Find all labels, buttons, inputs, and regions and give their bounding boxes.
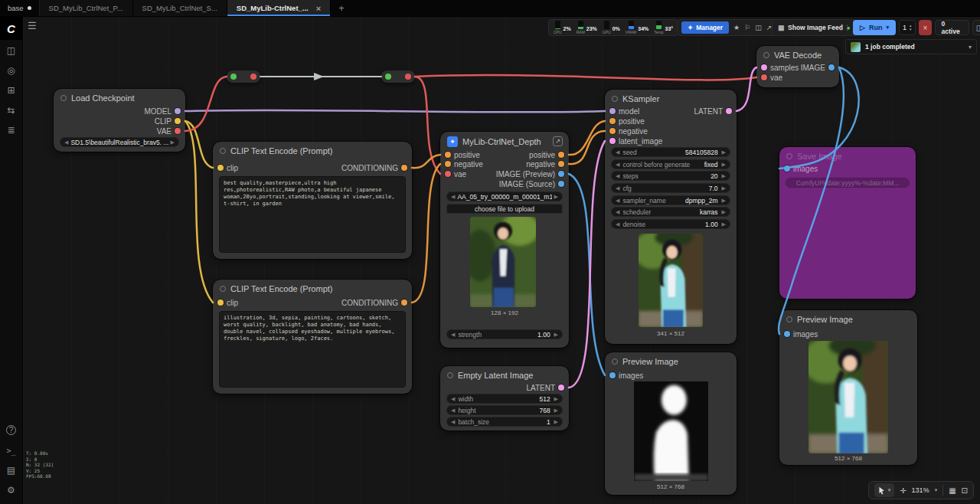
left-arrow-icon[interactable]: ◀ — [616, 209, 619, 215]
port-dot-latent[interactable] — [761, 64, 767, 70]
pointer-tool[interactable]: ▾ — [874, 483, 895, 497]
source-image-preview[interactable] — [470, 217, 536, 307]
latent-preview-image[interactable] — [639, 234, 703, 327]
queue-icon[interactable]: ◫ — [0, 41, 23, 60]
port-dot-conditioning[interactable] — [401, 165, 407, 171]
port-dot-clip[interactable] — [217, 165, 224, 171]
port-dot-model[interactable] — [609, 108, 616, 114]
canvas-menu-icon[interactable]: ☰ — [28, 20, 37, 31]
right-arrow-icon[interactable]: ▶ — [722, 185, 726, 191]
collapse-dot-icon[interactable] — [220, 286, 226, 292]
node-preview-image-depth[interactable]: Preview Image images 512 × 768 — [605, 352, 737, 495]
zoom-level[interactable]: 131% — [912, 486, 929, 494]
left-arrow-icon[interactable]: ◀ — [616, 185, 619, 191]
port-dot-vae[interactable] — [761, 74, 767, 80]
port-dot-image[interactable] — [609, 372, 616, 378]
port-dot-output[interactable] — [250, 74, 256, 80]
right-arrow-icon[interactable]: ▶ — [722, 173, 726, 179]
strength-widget[interactable]: ◀ strength 1.00 ▶ — [446, 329, 563, 339]
new-tab-button[interactable]: + — [331, 0, 352, 16]
run-button[interactable]: ▷ Run ▾ — [853, 20, 896, 35]
port-dot-model[interactable] — [175, 108, 181, 114]
port-dot-conditioning[interactable] — [609, 118, 616, 124]
decrement-icon[interactable]: ▼ — [909, 28, 912, 31]
node-library-icon[interactable]: ⊞ — [0, 81, 23, 100]
port-dot-output[interactable] — [405, 74, 411, 80]
collapse-dot-icon[interactable] — [763, 52, 769, 58]
node-save-image-bypassed[interactable]: Save Image images ComfyUI%date:yyyy%-%da… — [779, 147, 916, 299]
image-file-combo[interactable]: ◀ AA_05_try_00000_m_00001_m1... ▶ — [446, 191, 563, 201]
right-arrow-icon[interactable]: ▶ — [554, 194, 558, 200]
logs-icon[interactable]: ▤ — [0, 461, 23, 479]
node-clip-text-encode-positive[interactable]: CLIP Text Encode (Prompt) clip CONDITION… — [213, 142, 412, 259]
right-arrow-icon[interactable]: ▶ — [171, 139, 175, 146]
port-dot-image[interactable] — [784, 331, 790, 337]
prompt-textarea[interactable]: best quality,masterpiece,ultra high res,… — [219, 176, 406, 253]
left-arrow-icon[interactable]: ◀ — [451, 407, 455, 414]
flag-icon[interactable]: ⚐ — [744, 24, 750, 31]
left-arrow-icon[interactable]: ◀ — [451, 194, 455, 200]
left-arrow-icon[interactable]: ◀ — [616, 162, 619, 168]
settings-gear-icon[interactable]: ⚙ — [0, 481, 23, 499]
right-arrow-icon[interactable]: ▶ — [722, 198, 726, 204]
left-arrow-icon[interactable]: ◀ — [616, 173, 619, 179]
workflow-tab-1[interactable]: SD_MyLib_CtrlNet_P... — [40, 0, 133, 16]
left-arrow-icon[interactable]: ◀ — [451, 419, 455, 425]
node-empty-latent-image[interactable]: Empty Latent Image LATENT ◀width512▶ ◀he… — [440, 366, 569, 430]
port-dot-vae[interactable] — [445, 171, 451, 177]
right-arrow-icon[interactable]: ▶ — [722, 149, 726, 155]
port-dot-conditioning[interactable] — [445, 161, 451, 167]
job-history-dropdown[interactable]: 1 job completed ▾ — [845, 39, 977, 54]
box-icon[interactable]: ◫ — [755, 24, 762, 31]
port-dot-image[interactable] — [784, 165, 790, 172]
grid-toggle-icon[interactable]: ▦ — [949, 486, 956, 495]
expand-node-icon[interactable]: ↗ — [553, 136, 563, 146]
cancel-queue-button[interactable]: × — [919, 20, 931, 35]
sampler-name-widget[interactable]: ◀sampler_namedpmpp_2m▶ — [611, 195, 730, 205]
final-image-preview[interactable] — [808, 341, 888, 453]
comfyui-logo[interactable]: C — [0, 17, 23, 40]
ckpt-name-combo[interactable]: ◀ SD1.5\beautifulRealistic_brav5. ... ▶ — [60, 137, 179, 147]
port-dot-conditioning[interactable] — [558, 152, 564, 158]
height-widget[interactable]: ◀height768▶ — [446, 405, 563, 415]
left-arrow-icon[interactable]: ◀ — [64, 139, 68, 146]
depth-map-preview[interactable] — [634, 381, 708, 481]
upload-file-button[interactable]: choose file to upload — [446, 204, 563, 214]
steps-widget[interactable]: ◀steps20▶ — [611, 171, 730, 181]
drag-handle-icon[interactable]: ⋮⋮ — [838, 24, 850, 31]
collapse-dot-icon[interactable] — [786, 316, 792, 322]
port-dot-latent[interactable] — [558, 385, 564, 391]
workflow-tab-2[interactable]: SD_MyLib_CtrlNet_S... — [133, 0, 227, 16]
cfg-widget[interactable]: ◀cfg7.0▶ — [611, 183, 730, 193]
chevron-down-icon[interactable]: ▾ — [935, 487, 938, 493]
collapse-dot-icon[interactable] — [612, 96, 618, 102]
left-arrow-icon[interactable]: ◀ — [616, 198, 619, 204]
chevron-down-icon[interactable]: ▾ — [969, 44, 972, 51]
right-arrow-icon[interactable]: ▶ — [554, 396, 558, 402]
node-clip-text-encode-negative[interactable]: CLIP Text Encode (Prompt) clip CONDITION… — [213, 280, 412, 394]
control-before-generate-widget[interactable]: ◀control before generatefixed▶ — [611, 159, 730, 169]
node-preview-image-final[interactable]: Preview Image images 512 × 768 — [779, 310, 917, 465]
run-options-chevron-icon[interactable]: ▾ — [886, 25, 889, 31]
seed-widget[interactable]: ◀seed584105828▶ — [611, 147, 730, 157]
fit-view-icon[interactable]: ✛ — [900, 486, 906, 495]
left-arrow-icon[interactable]: ◀ — [451, 396, 455, 402]
filename-prefix-widget[interactable]: ComfyUI%date:yyyy%-%date:MM... — [786, 178, 910, 188]
collapse-dot-icon[interactable] — [230, 74, 237, 80]
manager-button[interactable]: ✦Manager — [681, 21, 729, 34]
port-dot-image[interactable] — [558, 181, 564, 187]
batch-size-widget[interactable]: ◀batch_size1▶ — [446, 417, 563, 427]
collapse-dot-icon[interactable] — [220, 148, 226, 154]
collapse-dot-icon[interactable] — [60, 95, 67, 101]
port-dot-latent[interactable] — [726, 108, 732, 114]
port-dot-conditioning[interactable] — [558, 161, 564, 167]
left-arrow-icon[interactable]: ◀ — [451, 332, 455, 338]
port-dot-latent[interactable] — [609, 138, 616, 144]
node-ksampler[interactable]: KSampler model positive negative latent_… — [605, 90, 737, 344]
workspace-tab[interactable]: base — [0, 0, 40, 16]
reroute-node[interactable] — [227, 70, 260, 83]
toggle-panel-icon[interactable]: ◨ — [972, 20, 980, 35]
collapse-dot-icon[interactable] — [385, 74, 391, 80]
view-icon[interactable]: ◎ — [0, 61, 23, 80]
denoise-widget[interactable]: ◀denoise1.00▶ — [611, 219, 730, 229]
